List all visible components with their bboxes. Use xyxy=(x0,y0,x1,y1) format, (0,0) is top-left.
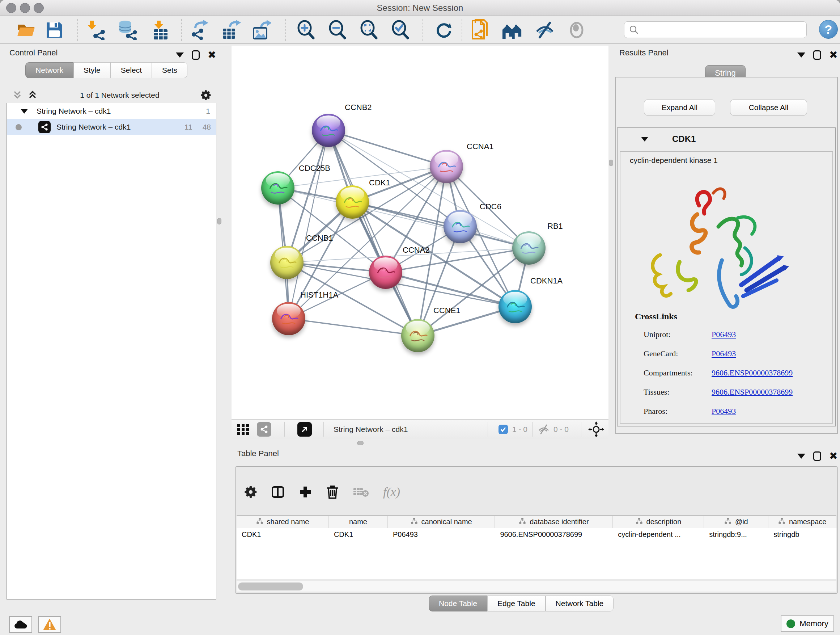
help-button[interactable]: ? xyxy=(819,20,838,39)
tab-network-table[interactable]: Network Table xyxy=(546,595,614,611)
collapse-all-button[interactable]: Collapse All xyxy=(730,100,807,116)
network-node-CDK1[interactable] xyxy=(336,185,369,219)
node-result-header[interactable]: CDK1 xyxy=(617,127,836,150)
tab-node-table[interactable]: Node Table xyxy=(429,595,487,611)
export-table-button[interactable] xyxy=(220,19,241,41)
network-node-CCNA2[interactable] xyxy=(369,256,402,289)
collapse-panel-icon[interactable] xyxy=(176,52,184,57)
open-session-button[interactable] xyxy=(16,19,36,41)
float-panel-icon[interactable] xyxy=(192,50,200,60)
close-panel-icon[interactable]: ✖ xyxy=(829,451,837,461)
crosslink-link[interactable]: P06493 xyxy=(712,330,736,339)
network-documents-button[interactable] xyxy=(470,19,491,41)
network-node-CDKN1A[interactable] xyxy=(499,290,532,323)
search-field[interactable] xyxy=(624,21,807,38)
expand-all-button[interactable]: Expand All xyxy=(644,100,715,116)
crosslink-link[interactable]: P06493 xyxy=(712,407,736,416)
table-row[interactable]: CDK1CDK1P064939606.ENSP00000378699cyclin… xyxy=(237,528,836,542)
network-canvas[interactable]: CCNB2 CCNA1 CDC25B CDK1 CDC6 RB1 CCNB1 C… xyxy=(232,46,608,419)
network-edge-HIST1H1A-CCNE1[interactable] xyxy=(289,318,418,336)
network-badge-button[interactable] xyxy=(257,420,271,439)
import-table-button[interactable] xyxy=(150,19,171,41)
zoom-out-button[interactable] xyxy=(327,19,348,41)
save-session-button[interactable] xyxy=(44,19,65,41)
column-header-description[interactable]: description xyxy=(613,516,704,528)
tab-sets[interactable]: Sets xyxy=(152,62,187,78)
network-edge-CCNB2-CCNE1[interactable] xyxy=(328,130,418,336)
crosslink-link[interactable]: 9606.ENSP00000378699 xyxy=(712,368,793,378)
network-options-gear-icon[interactable] xyxy=(201,90,211,101)
warning-status-button[interactable] xyxy=(38,616,61,633)
network-collection-row[interactable]: String Network – cdk1 1 xyxy=(7,103,216,119)
zoom-selected-button[interactable] xyxy=(390,19,411,41)
column-header-@id[interactable]: @id xyxy=(704,516,768,528)
table-options-gear-icon[interactable] xyxy=(244,486,257,499)
entry-expander-icon[interactable] xyxy=(641,137,648,141)
show-columns-icon[interactable] xyxy=(271,485,285,499)
refresh-button[interactable] xyxy=(433,19,454,41)
network-edge-CDK1-RB1[interactable] xyxy=(352,202,529,248)
delete-table-icon[interactable] xyxy=(353,486,369,498)
hidden-indicator[interactable]: 0 - 0 xyxy=(538,420,569,439)
network-node-CCNA1[interactable] xyxy=(430,150,463,183)
search-input[interactable] xyxy=(639,26,794,34)
column-header-database-identifier[interactable]: database identifier xyxy=(495,516,613,528)
float-panel-icon[interactable] xyxy=(813,50,821,60)
export-image-icon xyxy=(251,20,271,40)
zoom-in-button[interactable] xyxy=(295,19,317,41)
memory-button[interactable]: Memory xyxy=(781,616,834,632)
export-network-button[interactable] xyxy=(189,19,210,41)
tab-style[interactable]: Style xyxy=(73,62,111,78)
string-home-button[interactable] xyxy=(502,19,523,41)
float-panel-icon[interactable] xyxy=(813,451,821,461)
network-node-CCNE1[interactable] xyxy=(401,319,434,352)
crosslink-link[interactable]: 9606.ENSP00000378699 xyxy=(712,387,793,397)
import-network-file-button[interactable] xyxy=(85,19,106,41)
network-node-CDC6[interactable] xyxy=(444,210,477,243)
expand-all-chevrons-icon[interactable] xyxy=(11,90,24,100)
function-builder-icon[interactable]: f(x) xyxy=(383,485,400,499)
import-network-database-button[interactable] xyxy=(117,19,138,41)
network-edge-CCNB2-CCNA1[interactable] xyxy=(328,130,447,166)
export-image-button[interactable] xyxy=(251,19,272,41)
network-row[interactable]: String Network – cdk1 11 48 xyxy=(7,119,216,135)
collapse-all-chevrons-icon[interactable] xyxy=(27,90,39,100)
network-node-RB1[interactable] xyxy=(512,231,546,264)
table-horizontal-scrollbar[interactable] xyxy=(237,581,836,592)
crosslink-row: GeneCard:P06493 xyxy=(644,349,824,358)
delete-column-icon[interactable] xyxy=(326,485,339,499)
column-header-canonical-name[interactable]: canonical name xyxy=(388,516,495,528)
collapse-panel-icon[interactable] xyxy=(797,454,805,459)
title-bar: Session: New Session xyxy=(0,0,840,16)
hide-graphics-button[interactable] xyxy=(534,19,555,41)
column-header-namespace[interactable]: namespace xyxy=(768,516,836,528)
node-label-CCNA2: CCNA2 xyxy=(403,245,430,255)
show-graphics-button[interactable] xyxy=(566,19,587,41)
bottom-splitter-grip[interactable] xyxy=(357,441,363,445)
collapse-panel-icon[interactable] xyxy=(797,52,805,57)
left-splitter-grip[interactable] xyxy=(217,218,221,225)
network-node-HIST1H1A[interactable] xyxy=(272,302,305,335)
collection-expander-icon[interactable] xyxy=(21,109,28,114)
cloud-status-button[interactable] xyxy=(9,616,32,633)
crosslink-link[interactable]: P06493 xyxy=(712,349,736,358)
close-panel-icon[interactable]: ✖ xyxy=(208,50,216,60)
column-header-shared-name[interactable]: shared name xyxy=(237,516,329,528)
fit-content-button[interactable] xyxy=(588,420,604,439)
zoom-fit-button[interactable] xyxy=(358,19,379,41)
tab-network[interactable]: Network xyxy=(25,62,73,78)
network-node-CDC25B[interactable] xyxy=(261,171,294,204)
right-splitter-grip[interactable] xyxy=(609,160,613,166)
network-node-CCNB1[interactable] xyxy=(270,246,303,279)
scrollbar-thumb[interactable] xyxy=(238,583,303,591)
birds-eye-view-button[interactable] xyxy=(297,420,312,439)
column-header-name[interactable]: name xyxy=(329,516,388,528)
tab-edge-table[interactable]: Edge Table xyxy=(487,595,546,611)
selected-indicator[interactable]: 1 - 0 xyxy=(499,420,527,439)
close-panel-icon[interactable]: ✖ xyxy=(829,50,837,60)
show-grid-button[interactable] xyxy=(236,420,250,439)
tab-select[interactable]: Select xyxy=(111,62,152,78)
network-status-dot xyxy=(16,124,22,130)
add-column-icon[interactable] xyxy=(298,485,312,499)
network-node-CCNB2[interactable] xyxy=(312,114,345,147)
